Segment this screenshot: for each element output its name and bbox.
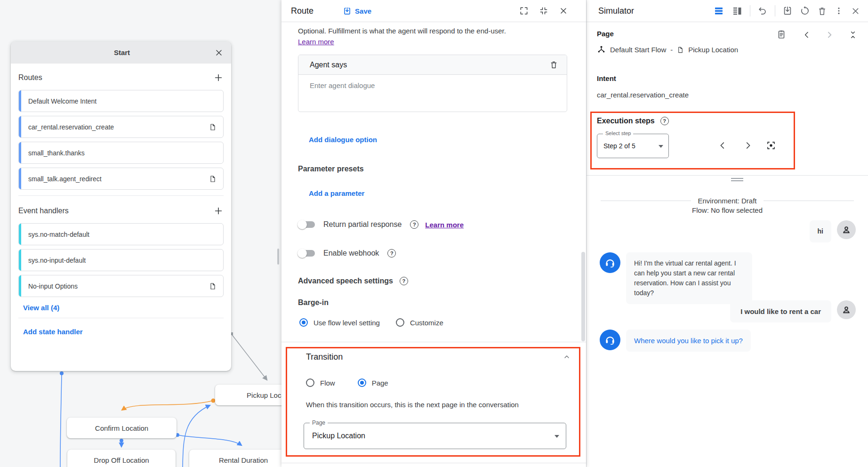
agent-says-title: Agent says — [310, 61, 549, 69]
step-select[interactable]: Select step Step 2 of 5 — [597, 134, 669, 158]
route-panel-scrollbar[interactable] — [581, 252, 585, 341]
webhook-row: Enable webhook — [299, 249, 396, 258]
node-drop-off-location[interactable]: Drop Off Location — [67, 450, 176, 467]
simulator-panel: Simulator — [586, 0, 868, 467]
event-handler-item[interactable]: sys.no-input-default — [18, 249, 224, 271]
route-item[interactable]: small_talk.agent_redirect — [18, 168, 224, 190]
close-icon[interactable] — [851, 6, 860, 16]
fullscreen-icon[interactable] — [519, 6, 529, 16]
node-pickup-location[interactable]: Pickup Location — [215, 385, 281, 405]
event-handler-label: sys.no-input-default — [28, 257, 86, 264]
route-label: small_thank.thanks — [28, 149, 85, 157]
divider — [18, 318, 224, 318]
route-item[interactable]: small_thank.thanks — [18, 142, 224, 164]
save-conversation-icon[interactable] — [782, 6, 793, 16]
transition-page-label: Page — [372, 379, 388, 387]
collapse-panel-icon[interactable] — [848, 30, 858, 40]
enable-webhook-toggle[interactable] — [299, 250, 315, 257]
clipboard-icon[interactable] — [776, 29, 787, 40]
route-color-bar — [19, 90, 21, 112]
route-item[interactable]: car_rental.reservation_create — [18, 116, 224, 138]
agent-dialogue-placeholder: Enter agent dialogue — [310, 81, 375, 89]
divider — [281, 342, 586, 342]
event-handler-label: sys.no-match-default — [28, 231, 89, 238]
previous-step-icon[interactable] — [717, 140, 728, 151]
chat-resize-handle[interactable] — [731, 178, 743, 181]
transition-page-radio[interactable] — [358, 378, 366, 387]
partial-learn-more-link[interactable]: Learn more — [425, 221, 464, 229]
node-label: Confirm Location — [95, 424, 148, 432]
add-state-handler-link[interactable]: Add state handler — [23, 328, 83, 336]
parameter-presets-heading: Parameter presets — [298, 165, 364, 173]
node-confirm-location[interactable]: Confirm Location — [67, 418, 177, 438]
event-color-bar — [19, 275, 21, 297]
undo-icon[interactable] — [757, 6, 768, 16]
transition-page-select[interactable]: Page Pickup Location — [304, 423, 566, 449]
transition-flow-radio[interactable] — [306, 378, 314, 387]
split-view-icon[interactable] — [731, 5, 743, 16]
more-options-icon[interactable] — [834, 6, 844, 16]
customize-radio[interactable] — [396, 318, 404, 327]
add-event-handler-icon[interactable] — [213, 206, 224, 216]
agent-avatar — [600, 252, 620, 273]
chat-density-icon[interactable] — [713, 5, 724, 16]
route-label: Default Welcome Intent — [28, 97, 96, 105]
collapse-section-icon[interactable] — [563, 353, 571, 361]
intent-value: car_rental.reservation_create — [597, 91, 689, 99]
close-icon[interactable] — [214, 48, 224, 57]
next-step-icon[interactable] — [743, 140, 753, 151]
event-handler-item[interactable]: No-input Options — [18, 275, 224, 297]
event-color-bar — [19, 224, 21, 245]
delete-icon[interactable] — [549, 60, 558, 69]
partial-response-label: Return partial response — [323, 220, 402, 229]
add-dialogue-option-link[interactable]: Add dialogue option — [309, 136, 377, 144]
simulator-title: Simulator — [598, 6, 634, 16]
panel-resize-handle[interactable] — [277, 249, 279, 265]
restart-icon[interactable] — [800, 6, 810, 16]
event-handler-item[interactable]: sys.no-match-default — [18, 223, 224, 245]
fulfillment-hint: Optional. Fulfillment is what the agent … — [298, 27, 559, 35]
add-parameter-link[interactable]: Add a parameter — [309, 189, 364, 197]
help-icon[interactable] — [387, 249, 396, 258]
page-select-value: Pickup Location — [312, 432, 365, 440]
advanced-speech-heading: Advanced speech settings — [298, 277, 393, 285]
dropdown-caret-icon — [659, 145, 663, 148]
divider — [764, 201, 854, 201]
node-label: Rental Duration — [219, 456, 268, 464]
learn-more-link[interactable]: Learn more — [298, 38, 334, 46]
person-icon — [841, 305, 852, 315]
breadcrumb-flow[interactable]: Default Start Flow — [610, 46, 666, 54]
node-rental-duration[interactable]: Rental Duration — [189, 450, 281, 467]
step-select-value: Step 2 of 5 — [603, 142, 635, 150]
center-focus-icon[interactable] — [765, 140, 777, 151]
view-all-link[interactable]: View all (4) — [23, 304, 59, 312]
start-panel-body: Routes Default Welcome Intent car_rental… — [11, 64, 231, 336]
next-page-icon[interactable] — [825, 30, 834, 40]
help-icon[interactable] — [660, 117, 669, 125]
close-icon[interactable] — [559, 6, 568, 16]
route-label: car_rental.reservation_create — [28, 123, 114, 131]
add-route-icon[interactable] — [213, 72, 224, 83]
customize-label: Customize — [410, 319, 443, 327]
agent-dialogue-input[interactable]: Enter agent dialogue — [298, 75, 567, 96]
delete-conversation-icon[interactable] — [817, 6, 827, 16]
start-flow-panel: Start Routes Default Welcome Intent car_… — [11, 41, 231, 371]
execution-steps-header: Execution steps — [597, 117, 669, 125]
agent-message-bubble: Hi! I'm the virtual car rental agent. I … — [626, 252, 752, 304]
exit-fullscreen-icon[interactable] — [539, 6, 548, 16]
page-icon — [209, 174, 217, 184]
previous-page-icon[interactable] — [802, 30, 812, 40]
chat-message-user: I would like to rent a car — [730, 300, 856, 322]
help-icon[interactable] — [410, 220, 418, 229]
help-icon[interactable] — [400, 277, 408, 285]
chat-message-agent: Where would you like to pick it up? — [600, 330, 751, 352]
route-color-bar — [19, 168, 21, 189]
divider — [750, 5, 750, 16]
use-flow-level-radio[interactable] — [299, 318, 308, 327]
return-partial-response-toggle[interactable] — [299, 221, 315, 228]
flow-canvas[interactable]: Start Routes Default Welcome Intent car_… — [0, 0, 281, 467]
save-button[interactable]: Save — [343, 7, 371, 16]
user-message-bubble: I would like to rent a car — [730, 300, 831, 322]
breadcrumb-page[interactable]: Pickup Location — [688, 46, 738, 54]
route-item[interactable]: Default Welcome Intent — [18, 90, 224, 112]
